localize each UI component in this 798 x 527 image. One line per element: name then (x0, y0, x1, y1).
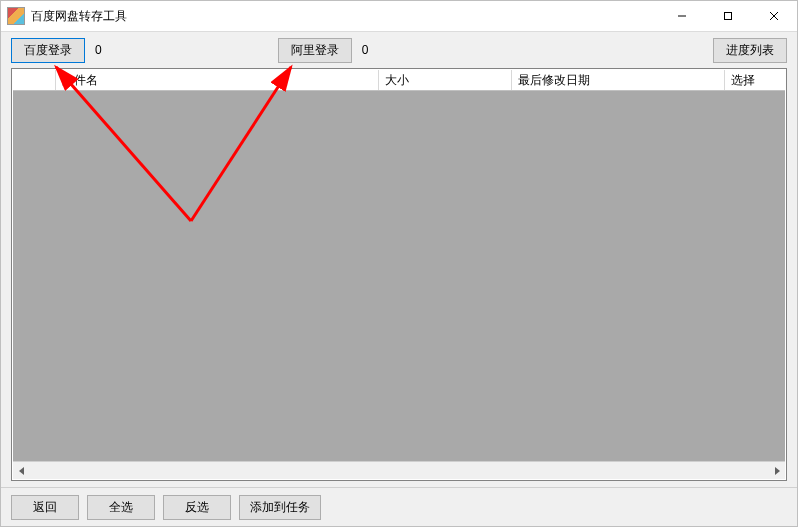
select-all-button[interactable]: 全选 (87, 495, 155, 520)
svg-rect-1 (725, 13, 732, 20)
baidu-login-button[interactable]: 百度登录 (11, 38, 85, 63)
ali-login-button[interactable]: 阿里登录 (278, 38, 352, 63)
titlebar: 百度网盘转存工具 (1, 1, 797, 32)
list-body[interactable] (13, 91, 785, 461)
back-button[interactable]: 返回 (11, 495, 79, 520)
toolbar: 百度登录 0 阿里登录 0 进度列表 (1, 32, 797, 68)
scroll-track[interactable] (30, 462, 768, 479)
column-header-icon[interactable] (13, 70, 56, 90)
column-header-filename[interactable]: 文件名 (56, 70, 379, 90)
invert-selection-button[interactable]: 反选 (163, 495, 231, 520)
svg-marker-5 (775, 467, 780, 475)
close-button[interactable] (751, 1, 797, 31)
window-controls (659, 1, 797, 31)
ali-count-label: 0 (362, 43, 369, 57)
column-header-select[interactable]: 选择 (725, 70, 785, 90)
column-header-mtime[interactable]: 最后修改日期 (512, 70, 725, 90)
column-header-size[interactable]: 大小 (379, 70, 512, 90)
maximize-button[interactable] (705, 1, 751, 31)
add-to-task-button[interactable]: 添加到任务 (239, 495, 321, 520)
minimize-button[interactable] (659, 1, 705, 31)
baidu-count-label: 0 (95, 43, 102, 57)
app-icon (7, 7, 25, 25)
app-window: 百度网盘转存工具 百度登录 0 阿里登录 0 进度列表 文件名 (0, 0, 798, 527)
file-list: 文件名 大小 最后修改日期 选择 (11, 68, 787, 481)
progress-list-button[interactable]: 进度列表 (713, 38, 787, 63)
list-header: 文件名 大小 最后修改日期 选择 (13, 70, 785, 91)
bottombar: 返回 全选 反选 添加到任务 (1, 487, 797, 526)
horizontal-scrollbar[interactable] (13, 461, 785, 479)
scroll-left-icon[interactable] (13, 462, 30, 479)
scroll-right-icon[interactable] (768, 462, 785, 479)
window-title: 百度网盘转存工具 (31, 8, 127, 25)
svg-marker-4 (19, 467, 24, 475)
